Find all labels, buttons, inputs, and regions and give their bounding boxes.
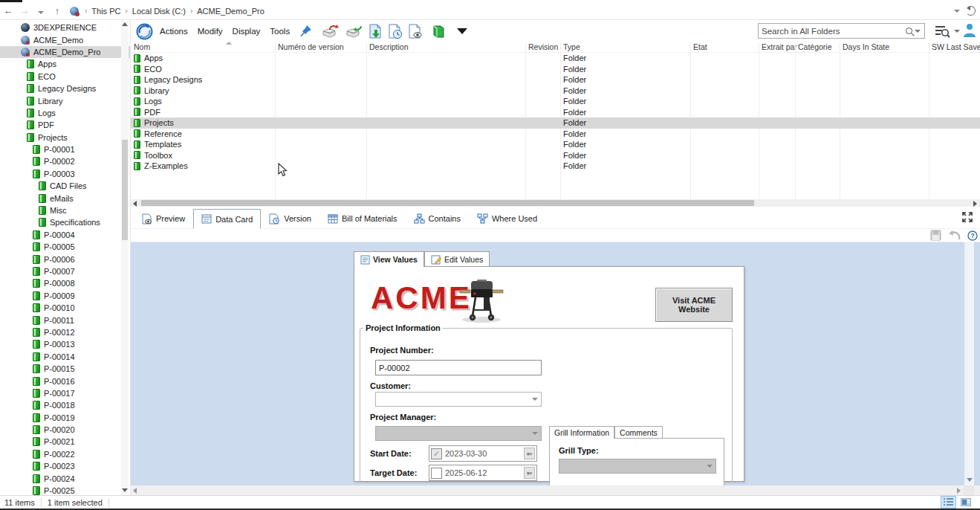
file-row[interactable]: ECO Folder	[131, 64, 980, 75]
start-date-checkbox[interactable]: ✓	[431, 448, 442, 459]
column-header[interactable]: Type	[560, 42, 690, 52]
sidebar-item[interactable]: P-00022	[0, 448, 130, 460]
tab-preview[interactable]: Preview	[134, 209, 193, 228]
pane-horizontal-scrollbar[interactable]	[131, 485, 980, 495]
scroll-up-icon[interactable]	[122, 22, 128, 26]
sidebar-item[interactable]: P-00024	[0, 472, 130, 484]
sidebar-item[interactable]: Legacy Designs	[0, 83, 130, 94]
sidebar-item[interactable]: 3DEXPERIENCE	[0, 22, 130, 33]
scroll-left-icon[interactable]	[133, 201, 137, 207]
sidebar-item[interactable]: Projects	[0, 132, 130, 143]
file-row[interactable]: Z-Examples Folder	[131, 161, 980, 172]
save-icon[interactable]	[930, 230, 941, 241]
sidebar-item[interactable]: P-00015	[0, 363, 130, 375]
sidebar-item[interactable]: P-00005	[0, 241, 130, 253]
sidebar-item[interactable]: P-00008	[0, 277, 130, 289]
preview-file-icon[interactable]	[408, 24, 424, 39]
sidebar-item[interactable]: Misc	[0, 204, 130, 216]
sidebar-item[interactable]: P-00011	[0, 314, 130, 326]
sidebar-item[interactable]: P-00023	[0, 460, 130, 472]
menu-actions[interactable]: Actions	[160, 27, 188, 36]
file-row[interactable]: Reference Folder	[131, 129, 980, 140]
list-horizontal-scrollbar[interactable]	[131, 199, 980, 207]
view-details-icon[interactable]	[941, 497, 955, 508]
scrollbar-thumb[interactable]	[141, 200, 754, 206]
visit-acme-website-button[interactable]: Visit ACME Website	[655, 288, 733, 322]
project-manager-dropdown[interactable]	[375, 426, 542, 441]
scrollbar-thumb[interactable]	[122, 140, 128, 240]
tab-bill-of-materials[interactable]: Bill of Materials	[319, 209, 406, 228]
view-thumbnails-icon[interactable]	[958, 497, 973, 508]
sidebar-item[interactable]: P-00021	[0, 436, 130, 448]
column-header[interactable]: Description	[366, 42, 525, 52]
project-number-input[interactable]	[375, 360, 542, 375]
column-header[interactable]: Etat	[690, 42, 759, 52]
column-header[interactable]: Extrait par	[759, 42, 795, 52]
sidebar-item[interactable]: P-00009	[0, 290, 130, 302]
menu-modify[interactable]: Modify	[198, 27, 223, 36]
file-row[interactable]: Logs Folder	[131, 96, 980, 107]
sidebar-item[interactable]: P-00016	[0, 375, 130, 387]
menu-tools[interactable]: Tools	[270, 27, 290, 36]
target-date-field[interactable]: 2025-06-12 ■▾	[429, 465, 537, 481]
scroll-right-icon[interactable]	[973, 201, 977, 207]
search-input[interactable]	[759, 27, 906, 36]
file-row[interactable]: PDF Folder	[131, 107, 980, 118]
sidebar-item[interactable]: P-00013	[0, 338, 130, 350]
refresh-icon[interactable]	[966, 6, 976, 16]
sidebar-item[interactable]: P-00010	[0, 302, 130, 314]
target-date-checkbox[interactable]	[431, 468, 442, 479]
scroll-down-icon[interactable]	[122, 488, 128, 492]
sidebar-item[interactable]: Logs	[0, 107, 130, 119]
file-row[interactable]: Projects Folder	[131, 117, 980, 129]
sidebar-item[interactable]: P-00004	[0, 229, 130, 241]
checkin-icon[interactable]	[345, 24, 364, 39]
breadcrumb-current-folder[interactable]: ACME_Demo_Pro	[197, 7, 264, 16]
sidebar-item[interactable]: P-00017	[0, 387, 130, 399]
tab-grill-information[interactable]: Grill Information	[549, 426, 614, 439]
file-row[interactable]: Legacy Designs Folder	[131, 74, 980, 85]
search-icon[interactable]	[906, 28, 912, 34]
scroll-left-icon[interactable]	[133, 488, 137, 494]
start-date-field[interactable]: ✓ 2023-03-30 ■▾	[429, 445, 537, 462]
sidebar-item[interactable]: CAD Files	[0, 180, 130, 192]
actions-dropdown-icon[interactable]	[457, 28, 467, 34]
tab-comments[interactable]: Comments	[614, 426, 663, 439]
tab-where-used[interactable]: Where Used	[469, 209, 545, 228]
sidebar-item[interactable]: Specifications	[0, 216, 130, 228]
address-dropdown-icon[interactable]	[954, 10, 960, 13]
scroll-down-icon[interactable]	[967, 478, 973, 482]
calendar-dropdown-icon[interactable]: ■▾	[524, 448, 535, 459]
menu-display[interactable]: Display	[233, 27, 261, 36]
sidebar-item[interactable]: P-00001	[0, 143, 130, 155]
search-options-dropdown-icon[interactable]	[954, 30, 960, 33]
tab-version[interactable]: Version	[261, 209, 319, 228]
user-icon[interactable]	[963, 23, 976, 38]
calendar-dropdown-icon[interactable]: ■▾	[524, 467, 535, 479]
sidebar-item[interactable]: P-00019	[0, 412, 130, 424]
undo-icon[interactable]	[948, 230, 961, 241]
tab-edit-values[interactable]: Edit Values	[424, 251, 490, 267]
sidebar-scrollbar[interactable]	[121, 21, 129, 495]
search-options-icon[interactable]	[935, 25, 951, 38]
sidebar-item[interactable]: P-00020	[0, 424, 130, 436]
sidebar-item[interactable]: PDF	[0, 119, 130, 131]
sidebar-item[interactable]: P-00002	[0, 155, 130, 167]
column-header[interactable]: Catégorie	[795, 42, 840, 52]
sidebar-item[interactable]: P-00014	[0, 351, 130, 363]
tab-contains[interactable]: Contains	[406, 209, 469, 228]
file-row[interactable]: Toolbox Folder	[131, 150, 980, 161]
customer-dropdown[interactable]	[375, 392, 542, 407]
open-folder-icon[interactable]	[432, 25, 445, 39]
sidebar-item[interactable]: P-00003	[0, 168, 130, 180]
sidebar-item[interactable]: Library	[0, 94, 130, 106]
sidebar-item[interactable]: ACME_Demo_Pro	[0, 46, 130, 58]
search-dropdown-icon[interactable]	[915, 30, 921, 33]
column-header[interactable]: Numéro de version	[275, 42, 366, 52]
column-header[interactable]: Nom	[131, 42, 275, 52]
breadcrumb-local-disk[interactable]: Local Disk (C:)	[132, 7, 186, 16]
sidebar-item[interactable]: P-00018	[0, 399, 130, 411]
column-header[interactable]: Revision	[525, 42, 560, 52]
sidebar-item[interactable]: ECO	[0, 71, 130, 83]
scroll-right-icon[interactable]	[957, 488, 961, 494]
